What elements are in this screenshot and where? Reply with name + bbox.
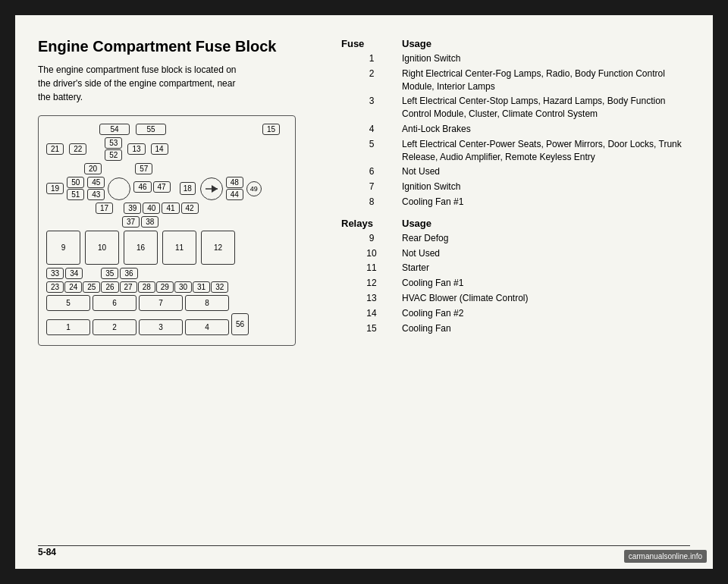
relay-usage-13: HVAC Blower (Climate Control) [402, 292, 690, 305]
table-row: 2 Right Electrical Center-Fog Lamps, Rad… [341, 68, 690, 93]
fuse-30: 30 [174, 281, 192, 293]
fuse-19: 19 [46, 183, 64, 194]
fuse-57: 57 [135, 163, 152, 174]
page: Engine Compartment Fuse Block The engine… [15, 15, 713, 569]
fuse-17: 17 [96, 203, 113, 214]
fuse-num-7: 7 [341, 181, 402, 192]
fuse-18: 18 [180, 182, 196, 195]
fuse-num-8: 8 [341, 196, 402, 207]
fuse-53: 53 [105, 137, 122, 149]
fuse-21: 21 [46, 143, 64, 155]
fuse-usage-2: Right Electrical Center-Fog Lamps, Radio… [402, 68, 690, 93]
svg-marker-1 [212, 185, 218, 193]
fuse-usage-5: Left Electrical Center-Power Seats, Powe… [402, 138, 690, 164]
fuse-54: 54 [99, 124, 130, 135]
relay-usage-10: Not Used [402, 247, 690, 260]
fuse-1: 1 [46, 319, 90, 335]
fuse-38: 38 [141, 216, 158, 228]
fuse-51: 51 [67, 189, 84, 200]
col-fuse-header: Fuse [341, 38, 402, 49]
fuse-23: 23 [46, 281, 64, 293]
table-row: 11 Starter [341, 262, 690, 275]
relay-9: 9 [46, 231, 80, 265]
fuse-13-label: 13 [127, 143, 145, 155]
relay-usage-12: Cooling Fan #1 [402, 277, 690, 290]
table-row: 5 Left Electrical Center-Power Seats, Po… [341, 138, 690, 164]
fuse-27: 27 [120, 281, 137, 293]
fuse-28: 28 [138, 281, 155, 293]
table-row: 4 Anti-Lock Brakes [341, 123, 690, 136]
relay-12: 12 [201, 231, 235, 265]
fuse-48: 48 [226, 177, 243, 188]
table-row: 1 Ignition Switch [341, 52, 690, 65]
relay-circle-left [108, 177, 130, 200]
fuse-7: 7 [139, 295, 183, 311]
relay-num-13: 13 [341, 292, 402, 303]
fuse-47: 47 [153, 181, 171, 193]
table-row: 12 Cooling Fan #1 [341, 277, 690, 290]
table-row: 6 Not Used [341, 165, 690, 178]
relays-usage-col-header: Usage [402, 218, 690, 229]
fuse-37: 37 [122, 216, 140, 228]
table-row: 13 HVAC Blower (Climate Control) [341, 292, 690, 305]
fuse-36: 36 [120, 268, 137, 279]
fuse-2: 2 [93, 319, 136, 335]
col-usage-header: Usage [402, 38, 690, 49]
fuse-34: 34 [65, 268, 83, 279]
table-row: 3 Left Electrical Center-Stop Lamps, Haz… [341, 95, 690, 121]
description: The engine compartment fuse block is loc… [38, 63, 250, 104]
fuse-circle-49: 49 [246, 181, 262, 196]
fuse-usage-8: Cooling Fan #1 [402, 196, 690, 209]
fuse-6: 6 [93, 295, 136, 311]
fuse-5: 5 [46, 295, 90, 311]
relay-usage-9: Rear Defog [402, 232, 690, 245]
fuse-8: 8 [185, 295, 229, 311]
relay-11: 11 [162, 231, 196, 265]
table-row: 7 Ignition Switch [341, 181, 690, 193]
fuse-26: 26 [101, 281, 118, 293]
fuse-32: 32 [211, 281, 228, 293]
fuse-29: 29 [156, 281, 174, 293]
relay-usage-15: Cooling Fan [402, 322, 690, 335]
left-panel: Engine Compartment Fuse Block The engine… [38, 38, 326, 346]
relay-num-10: 10 [341, 247, 402, 259]
fuse-num-4: 4 [341, 123, 402, 134]
fuse-15: 15 [262, 124, 280, 135]
table-row: 14 Cooling Fan #2 [341, 307, 690, 320]
table-row: 10 Not Used [341, 247, 690, 260]
footer-line [38, 545, 690, 547]
relay-usage-14: Cooling Fan #2 [402, 307, 690, 320]
fuse-20: 20 [84, 163, 102, 174]
fuse-4: 4 [185, 319, 229, 335]
page-title: Engine Compartment Fuse Block [38, 38, 326, 55]
relay-16: 16 [124, 231, 158, 265]
fuse-diagram: 54 55 15 21 22 53 52 [38, 115, 296, 346]
relays-header: Relays Usage [341, 218, 690, 229]
fuse-usage-6: Not Used [402, 165, 690, 178]
fuse-31: 31 [193, 281, 210, 293]
fuse-24: 24 [64, 281, 82, 293]
relay-num-11: 11 [341, 262, 402, 273]
table-row: 15 Cooling Fan [341, 322, 690, 335]
fuse-num-3: 3 [341, 95, 402, 106]
fuse-table: Fuse Usage 1 Ignition Switch 2 Right Ele… [341, 38, 690, 346]
fuse-56: 56 [231, 313, 249, 335]
relay-num-14: 14 [341, 307, 402, 319]
table-row: 9 Rear Defog [341, 232, 690, 245]
fuse-39: 39 [124, 203, 141, 214]
fuse-40: 40 [143, 203, 160, 214]
fuse-41: 41 [162, 203, 179, 214]
relay-num-15: 15 [341, 322, 402, 334]
fuse-num-2: 2 [341, 68, 402, 79]
fuse-35: 35 [101, 268, 118, 279]
fuse-usage-7: Ignition Switch [402, 181, 690, 193]
fuse-num-1: 1 [341, 52, 402, 64]
relay-num-12: 12 [341, 277, 402, 288]
watermark: carmanualsonline.info [624, 550, 707, 563]
table-header: Fuse Usage [341, 38, 690, 49]
fuse-44: 44 [226, 189, 243, 200]
relay-circle-right [200, 177, 223, 200]
fuse-usage-1: Ignition Switch [402, 52, 690, 65]
fuse-43: 43 [87, 189, 105, 200]
fuse-3: 3 [139, 319, 183, 335]
